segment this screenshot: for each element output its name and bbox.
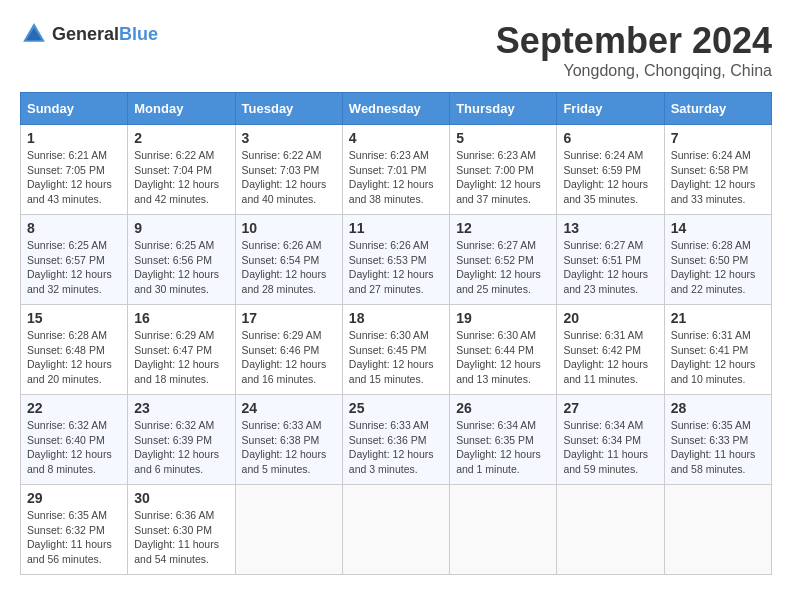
day-cell: 2Sunrise: 6:22 AM Sunset: 7:04 PM Daylig… bbox=[128, 125, 235, 215]
day-cell: 11Sunrise: 6:26 AM Sunset: 6:53 PM Dayli… bbox=[342, 215, 449, 305]
day-cell: 18Sunrise: 6:30 AM Sunset: 6:45 PM Dayli… bbox=[342, 305, 449, 395]
day-content: Sunrise: 6:26 AM Sunset: 6:53 PM Dayligh… bbox=[349, 238, 443, 297]
day-cell: 25Sunrise: 6:33 AM Sunset: 6:36 PM Dayli… bbox=[342, 395, 449, 485]
day-cell: 13Sunrise: 6:27 AM Sunset: 6:51 PM Dayli… bbox=[557, 215, 664, 305]
day-content: Sunrise: 6:24 AM Sunset: 6:58 PM Dayligh… bbox=[671, 148, 765, 207]
day-cell: 23Sunrise: 6:32 AM Sunset: 6:39 PM Dayli… bbox=[128, 395, 235, 485]
day-content: Sunrise: 6:23 AM Sunset: 7:00 PM Dayligh… bbox=[456, 148, 550, 207]
day-cell: 6Sunrise: 6:24 AM Sunset: 6:59 PM Daylig… bbox=[557, 125, 664, 215]
logo: General Blue bbox=[20, 20, 158, 48]
day-content: Sunrise: 6:32 AM Sunset: 6:40 PM Dayligh… bbox=[27, 418, 121, 477]
day-cell: 17Sunrise: 6:29 AM Sunset: 6:46 PM Dayli… bbox=[235, 305, 342, 395]
day-content: Sunrise: 6:27 AM Sunset: 6:52 PM Dayligh… bbox=[456, 238, 550, 297]
day-number: 18 bbox=[349, 310, 443, 326]
day-content: Sunrise: 6:29 AM Sunset: 6:46 PM Dayligh… bbox=[242, 328, 336, 387]
day-content: Sunrise: 6:29 AM Sunset: 6:47 PM Dayligh… bbox=[134, 328, 228, 387]
day-cell: 12Sunrise: 6:27 AM Sunset: 6:52 PM Dayli… bbox=[450, 215, 557, 305]
day-cell: 1Sunrise: 6:21 AM Sunset: 7:05 PM Daylig… bbox=[21, 125, 128, 215]
week-row-3: 15Sunrise: 6:28 AM Sunset: 6:48 PM Dayli… bbox=[21, 305, 772, 395]
day-content: Sunrise: 6:34 AM Sunset: 6:35 PM Dayligh… bbox=[456, 418, 550, 477]
day-cell: 5Sunrise: 6:23 AM Sunset: 7:00 PM Daylig… bbox=[450, 125, 557, 215]
day-content: Sunrise: 6:31 AM Sunset: 6:42 PM Dayligh… bbox=[563, 328, 657, 387]
day-number: 4 bbox=[349, 130, 443, 146]
logo-blue: Blue bbox=[119, 24, 158, 45]
day-content: Sunrise: 6:24 AM Sunset: 6:59 PM Dayligh… bbox=[563, 148, 657, 207]
day-number: 24 bbox=[242, 400, 336, 416]
day-cell: 3Sunrise: 6:22 AM Sunset: 7:03 PM Daylig… bbox=[235, 125, 342, 215]
day-number: 25 bbox=[349, 400, 443, 416]
day-content: Sunrise: 6:25 AM Sunset: 6:56 PM Dayligh… bbox=[134, 238, 228, 297]
day-content: Sunrise: 6:25 AM Sunset: 6:57 PM Dayligh… bbox=[27, 238, 121, 297]
day-number: 16 bbox=[134, 310, 228, 326]
header-row: SundayMondayTuesdayWednesdayThursdayFrid… bbox=[21, 93, 772, 125]
week-row-2: 8Sunrise: 6:25 AM Sunset: 6:57 PM Daylig… bbox=[21, 215, 772, 305]
page-header: General Blue September 2024 Yongdong, Ch… bbox=[20, 20, 772, 80]
header-tuesday: Tuesday bbox=[235, 93, 342, 125]
day-content: Sunrise: 6:33 AM Sunset: 6:38 PM Dayligh… bbox=[242, 418, 336, 477]
location-subtitle: Yongdong, Chongqing, China bbox=[496, 62, 772, 80]
header-friday: Friday bbox=[557, 93, 664, 125]
calendar-table: SundayMondayTuesdayWednesdayThursdayFrid… bbox=[20, 92, 772, 575]
logo-text: General Blue bbox=[52, 24, 158, 45]
day-number: 23 bbox=[134, 400, 228, 416]
day-cell: 20Sunrise: 6:31 AM Sunset: 6:42 PM Dayli… bbox=[557, 305, 664, 395]
day-cell: 24Sunrise: 6:33 AM Sunset: 6:38 PM Dayli… bbox=[235, 395, 342, 485]
calendar-header: SundayMondayTuesdayWednesdayThursdayFrid… bbox=[21, 93, 772, 125]
day-cell: 27Sunrise: 6:34 AM Sunset: 6:34 PM Dayli… bbox=[557, 395, 664, 485]
day-cell bbox=[342, 485, 449, 575]
day-cell: 26Sunrise: 6:34 AM Sunset: 6:35 PM Dayli… bbox=[450, 395, 557, 485]
day-number: 26 bbox=[456, 400, 550, 416]
day-content: Sunrise: 6:35 AM Sunset: 6:33 PM Dayligh… bbox=[671, 418, 765, 477]
logo-general: General bbox=[52, 24, 119, 45]
day-number: 3 bbox=[242, 130, 336, 146]
day-number: 5 bbox=[456, 130, 550, 146]
day-number: 28 bbox=[671, 400, 765, 416]
header-saturday: Saturday bbox=[664, 93, 771, 125]
day-content: Sunrise: 6:22 AM Sunset: 7:03 PM Dayligh… bbox=[242, 148, 336, 207]
week-row-4: 22Sunrise: 6:32 AM Sunset: 6:40 PM Dayli… bbox=[21, 395, 772, 485]
day-content: Sunrise: 6:28 AM Sunset: 6:48 PM Dayligh… bbox=[27, 328, 121, 387]
title-section: September 2024 Yongdong, Chongqing, Chin… bbox=[496, 20, 772, 80]
day-cell: 29Sunrise: 6:35 AM Sunset: 6:32 PM Dayli… bbox=[21, 485, 128, 575]
day-cell: 7Sunrise: 6:24 AM Sunset: 6:58 PM Daylig… bbox=[664, 125, 771, 215]
day-cell bbox=[235, 485, 342, 575]
day-content: Sunrise: 6:28 AM Sunset: 6:50 PM Dayligh… bbox=[671, 238, 765, 297]
day-cell: 8Sunrise: 6:25 AM Sunset: 6:57 PM Daylig… bbox=[21, 215, 128, 305]
day-number: 20 bbox=[563, 310, 657, 326]
day-content: Sunrise: 6:35 AM Sunset: 6:32 PM Dayligh… bbox=[27, 508, 121, 567]
day-number: 8 bbox=[27, 220, 121, 236]
day-number: 14 bbox=[671, 220, 765, 236]
day-content: Sunrise: 6:32 AM Sunset: 6:39 PM Dayligh… bbox=[134, 418, 228, 477]
day-cell: 4Sunrise: 6:23 AM Sunset: 7:01 PM Daylig… bbox=[342, 125, 449, 215]
day-number: 17 bbox=[242, 310, 336, 326]
day-content: Sunrise: 6:22 AM Sunset: 7:04 PM Dayligh… bbox=[134, 148, 228, 207]
header-thursday: Thursday bbox=[450, 93, 557, 125]
day-cell: 10Sunrise: 6:26 AM Sunset: 6:54 PM Dayli… bbox=[235, 215, 342, 305]
header-sunday: Sunday bbox=[21, 93, 128, 125]
week-row-1: 1Sunrise: 6:21 AM Sunset: 7:05 PM Daylig… bbox=[21, 125, 772, 215]
day-content: Sunrise: 6:27 AM Sunset: 6:51 PM Dayligh… bbox=[563, 238, 657, 297]
day-number: 30 bbox=[134, 490, 228, 506]
day-cell: 19Sunrise: 6:30 AM Sunset: 6:44 PM Dayli… bbox=[450, 305, 557, 395]
day-cell bbox=[450, 485, 557, 575]
day-number: 6 bbox=[563, 130, 657, 146]
day-cell: 22Sunrise: 6:32 AM Sunset: 6:40 PM Dayli… bbox=[21, 395, 128, 485]
day-number: 21 bbox=[671, 310, 765, 326]
day-number: 12 bbox=[456, 220, 550, 236]
day-content: Sunrise: 6:33 AM Sunset: 6:36 PM Dayligh… bbox=[349, 418, 443, 477]
day-content: Sunrise: 6:30 AM Sunset: 6:45 PM Dayligh… bbox=[349, 328, 443, 387]
day-number: 10 bbox=[242, 220, 336, 236]
day-number: 11 bbox=[349, 220, 443, 236]
day-content: Sunrise: 6:26 AM Sunset: 6:54 PM Dayligh… bbox=[242, 238, 336, 297]
day-cell bbox=[664, 485, 771, 575]
day-number: 19 bbox=[456, 310, 550, 326]
day-number: 22 bbox=[27, 400, 121, 416]
day-number: 7 bbox=[671, 130, 765, 146]
day-content: Sunrise: 6:30 AM Sunset: 6:44 PM Dayligh… bbox=[456, 328, 550, 387]
day-content: Sunrise: 6:21 AM Sunset: 7:05 PM Dayligh… bbox=[27, 148, 121, 207]
day-number: 15 bbox=[27, 310, 121, 326]
calendar-body: 1Sunrise: 6:21 AM Sunset: 7:05 PM Daylig… bbox=[21, 125, 772, 575]
day-number: 27 bbox=[563, 400, 657, 416]
day-cell: 15Sunrise: 6:28 AM Sunset: 6:48 PM Dayli… bbox=[21, 305, 128, 395]
header-wednesday: Wednesday bbox=[342, 93, 449, 125]
